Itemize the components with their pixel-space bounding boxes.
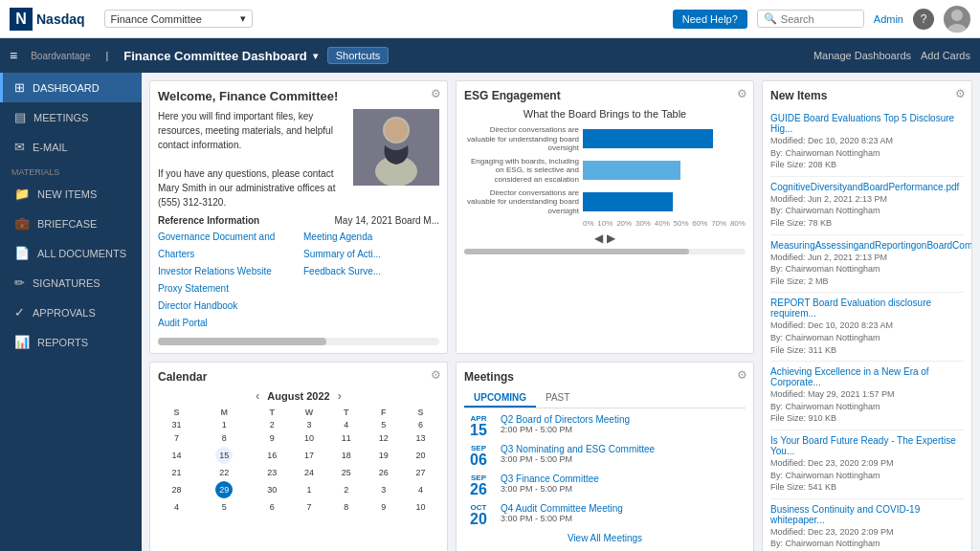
cal-day[interactable]: 21 (158, 466, 195, 479)
cal-day[interactable]: 3 (365, 479, 402, 500)
sidebar-item-meetings[interactable]: ▤ MEETINGS (0, 102, 142, 132)
sidebar-item-reports[interactable]: 📊 REPORTS (0, 327, 142, 357)
cal-day[interactable]: 1 (195, 418, 254, 431)
cal-day[interactable]: 5 (195, 500, 254, 514)
add-cards-link[interactable]: Add Cards (921, 50, 970, 61)
tab-past[interactable]: PAST (536, 389, 579, 408)
cal-day[interactable]: 11 (327, 431, 365, 445)
manage-dashboards-link[interactable]: Manage Dashboards (813, 50, 911, 61)
search-input[interactable] (781, 13, 858, 25)
ref-link-investor[interactable]: Investor Relations Website (158, 263, 294, 280)
cal-day[interactable]: 19 (365, 445, 402, 466)
cal-day[interactable]: 5 (365, 418, 402, 431)
cal-day[interactable]: 1 (291, 479, 328, 500)
sidebar-item-briefcase[interactable]: 💼 BRIEFCASE (0, 209, 142, 238)
cal-day[interactable]: 12 (365, 431, 402, 445)
meeting-title[interactable]: Q4 Audit Committee Meeting (501, 503, 746, 514)
new-item-title[interactable]: MeasuringAssessingandReportingonBoardCom… (770, 240, 964, 251)
shortcuts-button[interactable]: Shortcuts (327, 47, 389, 64)
ref-link-feedback[interactable]: Feedback Surve... (303, 263, 439, 280)
need-help-button[interactable]: Need Help? (673, 10, 747, 29)
new-item-title[interactable]: GUIDE Board Evaluations Top 5 Disclosure… (770, 113, 964, 134)
cal-prev-button[interactable]: ‹ (256, 389, 259, 403)
sidebar-item-all-documents[interactable]: 📄 ALL DOCUMENTS (0, 238, 142, 268)
ref-link-summary[interactable]: Summary of Acti... (303, 246, 439, 263)
cal-day[interactable]: 3 (291, 418, 328, 431)
new-items-title: New Items (770, 89, 964, 102)
cal-day[interactable]: 6 (402, 418, 439, 431)
cal-day[interactable]: 30 (254, 479, 291, 500)
cal-day[interactable]: 25 (327, 466, 365, 479)
cal-day[interactable]: 29 (195, 479, 254, 500)
cal-day[interactable]: 28 (158, 479, 195, 500)
meetings-gear-icon[interactable]: ⚙ (737, 368, 747, 382)
cal-day[interactable]: 22 (195, 466, 254, 479)
ref-link-director-handbook[interactable]: Director Handbook (158, 298, 294, 315)
new-item-title[interactable]: REPORT Board Evaluation disclosure requi… (770, 298, 964, 319)
cal-day[interactable]: 24 (291, 466, 328, 479)
sidebar-item-approvals[interactable]: ✓ APPROVALS (0, 298, 142, 327)
cal-day[interactable]: 7 (158, 431, 195, 445)
org-selector[interactable]: Finance Committee ▾ (104, 10, 253, 28)
sidebar-item-email[interactable]: ✉ E-MAIL (0, 132, 142, 162)
cal-day[interactable]: 4 (327, 418, 365, 431)
meeting-date: SEP 26 (464, 474, 493, 497)
cal-day[interactable]: 4 (158, 500, 195, 514)
cal-day[interactable]: 10 (291, 431, 328, 445)
esg-gear-icon[interactable]: ⚙ (737, 87, 747, 100)
bar-row-2: Engaging with boards, including on ESG, … (464, 157, 746, 185)
cal-day[interactable]: 26 (365, 466, 402, 479)
sidebar-item-dashboard[interactable]: ⊞ DASHBOARD (0, 73, 142, 102)
meeting-title[interactable]: Q3 Finance Committee (501, 474, 746, 484)
cal-day[interactable]: 20 (402, 445, 439, 466)
new-item-meta: Modified: Dec 10, 2020 8:23 AMBy: Chairw… (770, 320, 964, 356)
ref-link-proxy[interactable]: Proxy Statement (158, 280, 294, 298)
sidebar-item-new-items[interactable]: 📁 NEW ITEMS (0, 179, 142, 209)
ref-link-meeting-agenda[interactable]: Meeting Agenda (303, 229, 439, 246)
new-items-gear-icon[interactable]: ⚙ (955, 87, 966, 100)
chart-next-icon[interactable]: ▶ (607, 231, 615, 245)
ref-link-governance[interactable]: Governance Document and Charters (158, 229, 294, 263)
welcome-scrollbar[interactable] (158, 338, 439, 345)
calendar-gear-icon[interactable]: ⚙ (431, 368, 441, 382)
title-dropdown-icon[interactable]: ▾ (313, 51, 318, 61)
tab-upcoming[interactable]: UPCOMING (464, 389, 536, 408)
cal-day[interactable]: 8 (195, 431, 254, 445)
cal-day[interactable]: 7 (291, 500, 328, 514)
cal-day[interactable]: 9 (365, 500, 402, 514)
user-avatar[interactable] (944, 6, 970, 33)
cal-day[interactable]: 6 (254, 500, 291, 514)
search-box[interactable]: 🔍 (757, 10, 864, 28)
welcome-gear-icon[interactable]: ⚙ (431, 87, 441, 100)
cal-day[interactable]: 17 (291, 445, 328, 466)
new-item-title[interactable]: Is Your Board Future Ready - The Experti… (770, 435, 964, 456)
cal-day[interactable]: 31 (158, 418, 195, 431)
new-item-title[interactable]: Business Continuity and COVID-19 whitepa… (770, 504, 964, 525)
cal-day[interactable]: 8 (327, 500, 365, 514)
cal-day[interactable]: 18 (327, 445, 365, 466)
cal-day[interactable]: 10 (402, 500, 439, 514)
ref-link-audit[interactable]: Audit Portal (158, 315, 294, 332)
cal-day[interactable]: 23 (254, 466, 291, 479)
hamburger-icon[interactable]: ≡ (10, 48, 17, 63)
meeting-title[interactable]: Q2 Board of Directors Meeting (501, 414, 746, 425)
chart-prev-icon[interactable]: ◀ (594, 231, 603, 245)
cal-next-button[interactable]: › (338, 389, 342, 403)
new-item-title[interactable]: CognitiveDiversityandBoardPerformance.pd… (770, 182, 964, 192)
chart-scrollbar[interactable] (464, 249, 746, 254)
cal-day[interactable]: 15 (195, 445, 254, 466)
cal-day[interactable]: 27 (402, 466, 439, 479)
cal-day[interactable]: 14 (158, 445, 195, 466)
meeting-title[interactable]: Q3 Nominating and ESG Committee (501, 444, 746, 454)
cal-day[interactable]: 2 (327, 479, 365, 500)
cal-day[interactable]: 13 (402, 431, 439, 445)
cal-day[interactable]: 2 (254, 418, 291, 431)
cal-day[interactable]: 9 (254, 431, 291, 445)
view-all-meetings-link[interactable]: View All Meetings (464, 533, 746, 543)
new-item-title[interactable]: Achieving Excellence in a New Era of Cor… (770, 366, 964, 387)
sidebar-item-signatures[interactable]: ✏ SIGNATURES (0, 268, 142, 298)
cal-day[interactable]: 16 (254, 445, 291, 466)
cal-day[interactable]: 4 (402, 479, 439, 500)
admin-link[interactable]: Admin (874, 13, 903, 25)
help-icon[interactable]: ? (913, 9, 934, 30)
